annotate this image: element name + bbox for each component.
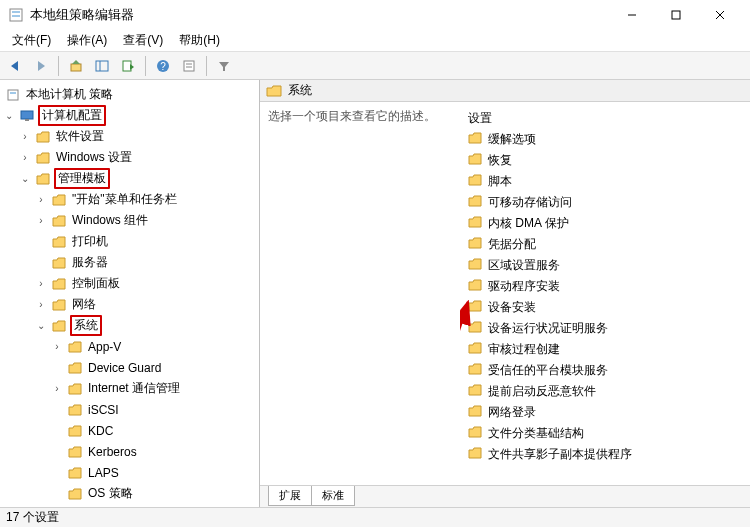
menu-file[interactable]: 文件(F) (4, 30, 59, 51)
list-item[interactable]: 脚本 (464, 171, 746, 192)
tree-label: App-V (86, 339, 123, 355)
chevron-right-icon[interactable]: › (18, 151, 32, 165)
tree-item[interactable]: KDC (0, 420, 259, 441)
list-item[interactable]: 缓解选项 (464, 129, 746, 150)
tree-label: "开始"菜单和任务栏 (70, 190, 179, 209)
list-item[interactable]: 设备安装 (464, 297, 746, 318)
tree-item[interactable]: Device Guard (0, 357, 259, 378)
item-label: 驱动程序安装 (488, 278, 560, 295)
tree-item[interactable]: ›网络 (0, 294, 259, 315)
list-item[interactable]: 文件共享影子副本提供程序 (464, 444, 746, 465)
filter-button[interactable] (213, 55, 235, 77)
folder-icon (468, 258, 482, 273)
tree-item[interactable]: ›App-V (0, 336, 259, 357)
properties-button[interactable] (178, 55, 200, 77)
items-column[interactable]: 设置 缓解选项恢复脚本可移动存储访问内核 DMA 保护凭据分配区域设置服务驱动程… (460, 102, 750, 485)
item-label: 可移动存储访问 (488, 194, 572, 211)
up-button[interactable] (65, 55, 87, 77)
maximize-button[interactable] (654, 0, 698, 30)
tab-standard[interactable]: 标准 (311, 486, 355, 506)
folder-icon (468, 342, 482, 357)
tree-computer-config[interactable]: ⌄ 计算机配置 (0, 105, 259, 126)
menu-view[interactable]: 查看(V) (115, 30, 171, 51)
export-list-button[interactable] (117, 55, 139, 77)
folder-icon (468, 195, 482, 210)
item-label: 文件共享影子副本提供程序 (488, 446, 632, 463)
folder-icon (51, 235, 67, 249)
menu-action[interactable]: 操作(A) (59, 30, 115, 51)
list-item[interactable]: 提前启动反恶意软件 (464, 381, 746, 402)
tree-pane[interactable]: 本地计算机 策略 ⌄ 计算机配置 › 软件设置 › Windows 设置 ⌄ 管… (0, 80, 260, 507)
item-label: 受信任的平台模块服务 (488, 362, 608, 379)
tree-item[interactable]: ›Windows 组件 (0, 210, 259, 231)
list-item[interactable]: 受信任的平台模块服务 (464, 360, 746, 381)
help-button[interactable]: ? (152, 55, 174, 77)
folder-icon (468, 174, 482, 189)
close-button[interactable] (698, 0, 742, 30)
svg-rect-17 (184, 61, 194, 71)
folder-icon (468, 153, 482, 168)
tree-root[interactable]: 本地计算机 策略 (0, 84, 259, 105)
chevron-right-icon[interactable]: › (34, 193, 48, 207)
description-column: 选择一个项目来查看它的描述。 (260, 102, 460, 485)
tree-system[interactable]: ⌄系统 (0, 315, 259, 336)
svg-marker-14 (130, 64, 134, 70)
forward-button[interactable] (30, 55, 52, 77)
menubar: 文件(F) 操作(A) 查看(V) 帮助(H) (0, 30, 750, 52)
tree-item[interactable]: LAPS (0, 462, 259, 483)
item-label: 脚本 (488, 173, 512, 190)
svg-rect-23 (21, 111, 33, 119)
list-item[interactable]: 驱动程序安装 (464, 276, 746, 297)
tree-item[interactable]: 打印机 (0, 231, 259, 252)
tree-item[interactable]: ›Internet 通信管理 (0, 378, 259, 399)
folder-icon (468, 363, 482, 378)
tree-label: LAPS (86, 465, 121, 481)
view-tabs: 扩展 标准 (260, 485, 750, 507)
list-item[interactable]: 文件分类基础结构 (464, 423, 746, 444)
show-hide-tree-button[interactable] (91, 55, 113, 77)
list-item[interactable]: 区域设置服务 (464, 255, 746, 276)
tree-item[interactable]: ›控制面板 (0, 273, 259, 294)
chevron-right-icon[interactable]: › (50, 382, 64, 396)
back-button[interactable] (4, 55, 26, 77)
minimize-button[interactable] (610, 0, 654, 30)
list-item[interactable]: 审核过程创建 (464, 339, 746, 360)
folder-icon (67, 382, 83, 396)
chevron-down-icon[interactable]: ⌄ (18, 172, 32, 186)
chevron-down-icon[interactable]: ⌄ (34, 319, 48, 333)
menu-help[interactable]: 帮助(H) (171, 30, 228, 51)
status-text: 17 个设置 (6, 509, 59, 526)
folder-icon (67, 487, 83, 501)
folder-icon (67, 466, 83, 480)
chevron-right-icon[interactable]: › (50, 340, 64, 354)
tree-label: Windows 设置 (54, 148, 134, 167)
tree-item[interactable]: iSCSI (0, 399, 259, 420)
item-label: 审核过程创建 (488, 341, 560, 358)
list-item[interactable]: 凭据分配 (464, 234, 746, 255)
item-label: 缓解选项 (488, 131, 536, 148)
tree-admin-templates[interactable]: ⌄ 管理模板 (0, 168, 259, 189)
folder-icon (468, 384, 482, 399)
tree-item[interactable]: OS 策略 (0, 483, 259, 504)
folder-open-icon (35, 172, 51, 186)
chevron-right-icon[interactable]: › (34, 214, 48, 228)
tree-windows-settings[interactable]: › Windows 设置 (0, 147, 259, 168)
chevron-right-icon[interactable]: › (34, 277, 48, 291)
tree-item[interactable]: ›"开始"菜单和任务栏 (0, 189, 259, 210)
tree-label: 打印机 (70, 232, 110, 251)
list-item[interactable]: 可移动存储访问 (464, 192, 746, 213)
tab-extended[interactable]: 扩展 (268, 486, 312, 506)
chevron-right-icon[interactable]: › (34, 298, 48, 312)
list-item[interactable]: 恢复 (464, 150, 746, 171)
tree-item[interactable]: 服务器 (0, 252, 259, 273)
list-item[interactable]: 网络登录 (464, 402, 746, 423)
tree-software-settings[interactable]: › 软件设置 (0, 126, 259, 147)
item-label: 设备运行状况证明服务 (488, 320, 608, 337)
item-label: 文件分类基础结构 (488, 425, 584, 442)
list-item[interactable]: 内核 DMA 保护 (464, 213, 746, 234)
folder-icon (468, 216, 482, 231)
tree-item[interactable]: Kerberos (0, 441, 259, 462)
chevron-down-icon[interactable]: ⌄ (2, 109, 16, 123)
list-item[interactable]: 设备运行状况证明服务 (464, 318, 746, 339)
chevron-right-icon[interactable]: › (18, 130, 32, 144)
